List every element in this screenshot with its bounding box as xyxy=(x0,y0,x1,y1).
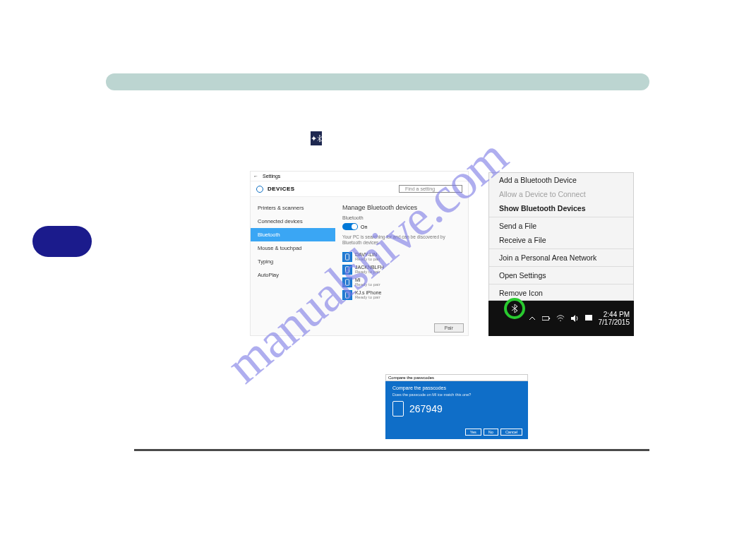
passcode-value: 267949 xyxy=(409,403,443,414)
settings-sidebar: Printers & scanners Connected devices Bl… xyxy=(251,197,335,335)
bluetooth-label: Bluetooth xyxy=(342,215,461,220)
header-pill xyxy=(106,73,649,90)
sidebar-item-typing[interactable]: Typing xyxy=(251,255,335,268)
phone-icon xyxy=(392,401,404,417)
settings-titlebar: ← Settings xyxy=(251,172,468,181)
yes-button[interactable]: Yes xyxy=(465,429,481,436)
system-tray xyxy=(528,314,593,323)
ctx-show-devices[interactable]: Show Bluetooth Devices xyxy=(489,201,633,215)
volume-icon[interactable] xyxy=(570,314,579,323)
svg-rect-0 xyxy=(346,253,349,259)
no-button[interactable]: No xyxy=(484,429,498,436)
svg-rect-4 xyxy=(542,316,548,320)
ctx-separator xyxy=(489,284,633,285)
svg-rect-6 xyxy=(585,315,592,321)
footer-rule xyxy=(134,449,649,451)
clock-time: 2:44 PM xyxy=(599,311,630,318)
device-status: Ready to pair xyxy=(355,257,380,261)
device-name: JACKNBLFH xyxy=(355,265,384,270)
svg-rect-2 xyxy=(346,279,349,285)
device-status: Ready to pair xyxy=(355,270,384,274)
sidebar-item-autoplay[interactable]: AutoPlay xyxy=(251,268,335,282)
sidebar-item-printers[interactable]: Printers & scanners xyxy=(251,201,335,215)
svg-rect-1 xyxy=(346,266,349,272)
device-name: KJ.s iPhone xyxy=(355,290,381,295)
phone-icon xyxy=(342,277,352,287)
context-taskbar-panel: Add a Bluetooth Device Allow a Device to… xyxy=(488,172,634,336)
bluetooth-toggle-state: On xyxy=(361,224,367,229)
device-status: Ready to pair xyxy=(355,282,380,287)
ctx-separator xyxy=(489,266,633,267)
bluetooth-hint: Your PC is searching for and can be disc… xyxy=(342,234,461,246)
phone-icon xyxy=(342,252,352,262)
titlebar-title: Settings xyxy=(263,174,280,179)
ctx-join-pan[interactable]: Join a Personal Area Network xyxy=(489,251,633,265)
device-row[interactable]: MI Ready to pair xyxy=(342,277,461,288)
device-name: MI xyxy=(355,277,380,282)
ctx-open-settings[interactable]: Open Settings xyxy=(489,268,633,282)
svg-rect-5 xyxy=(548,318,550,319)
bluetooth-tray-icon[interactable] xyxy=(510,304,520,313)
ctx-separator xyxy=(489,217,633,217)
notifications-icon[interactable] xyxy=(584,314,593,323)
settings-header: DEVICES Find a setting xyxy=(251,181,468,197)
bluetooth-context-menu: Add a Bluetooth Device Allow a Device to… xyxy=(488,172,634,301)
passcode-prompt: Compare the passcodes xyxy=(392,385,521,390)
settings-main-title: Manage Bluetooth devices xyxy=(342,204,461,211)
phone-icon xyxy=(342,290,352,300)
svg-rect-3 xyxy=(346,292,349,297)
settings-category-title: DEVICES xyxy=(268,186,295,192)
clock[interactable]: 2:44 PM 7/17/2015 xyxy=(599,311,630,326)
bluetooth-icon xyxy=(311,131,322,145)
settings-main: Manage Bluetooth devices Bluetooth On Yo… xyxy=(335,197,468,335)
device-name: DAVY-LIN xyxy=(355,252,380,257)
sidebar-item-mouse[interactable]: Mouse & touchpad xyxy=(251,241,335,255)
ctx-add-device[interactable]: Add a Bluetooth Device xyxy=(489,173,633,187)
passcode-subtext: Does the passcode on MI ice match this o… xyxy=(392,393,521,397)
taskbar: 2:44 PM 7/17/2015 xyxy=(488,301,634,336)
ctx-receive-file[interactable]: Receive a File xyxy=(489,233,633,247)
battery-icon[interactable] xyxy=(542,314,551,323)
bluetooth-toggle[interactable] xyxy=(342,223,358,230)
pair-button[interactable]: Pair xyxy=(434,323,464,333)
clock-date: 7/17/2015 xyxy=(599,318,630,326)
sidebar-item-connected[interactable]: Connected devices xyxy=(251,215,335,228)
ctx-separator xyxy=(489,248,633,249)
cancel-button[interactable]: Cancel xyxy=(500,429,522,436)
search-input[interactable]: Find a setting xyxy=(399,185,462,193)
device-list: DAVY-LIN Ready to pair JACKNBLFH Ready t… xyxy=(342,251,461,301)
device-status: Ready to pair xyxy=(355,295,381,299)
settings-window: ← Settings DEVICES Find a setting Printe… xyxy=(250,171,469,336)
gear-icon xyxy=(256,186,263,193)
wifi-icon[interactable] xyxy=(556,314,565,323)
ctx-allow-connect: Allow a Device to Connect xyxy=(489,187,633,201)
passcode-dialog: Compare the passcodes Compare the passco… xyxy=(385,374,528,439)
chevron-up-icon[interactable] xyxy=(528,314,536,323)
device-row[interactable]: DAVY-LIN Ready to pair xyxy=(342,251,461,263)
passcode-titlebar: Compare the passcodes xyxy=(385,374,528,381)
device-row[interactable]: KJ.s iPhone Ready to pair xyxy=(342,289,461,301)
ctx-send-file[interactable]: Send a File xyxy=(489,219,633,233)
device-row[interactable]: JACKNBLFH Ready to pair xyxy=(342,264,461,275)
back-arrow-icon[interactable]: ← xyxy=(253,174,258,179)
page-marker-pill xyxy=(32,226,92,257)
highlight-circle xyxy=(504,298,525,319)
sidebar-item-bluetooth[interactable]: Bluetooth xyxy=(251,228,335,241)
phone-icon xyxy=(342,265,352,275)
